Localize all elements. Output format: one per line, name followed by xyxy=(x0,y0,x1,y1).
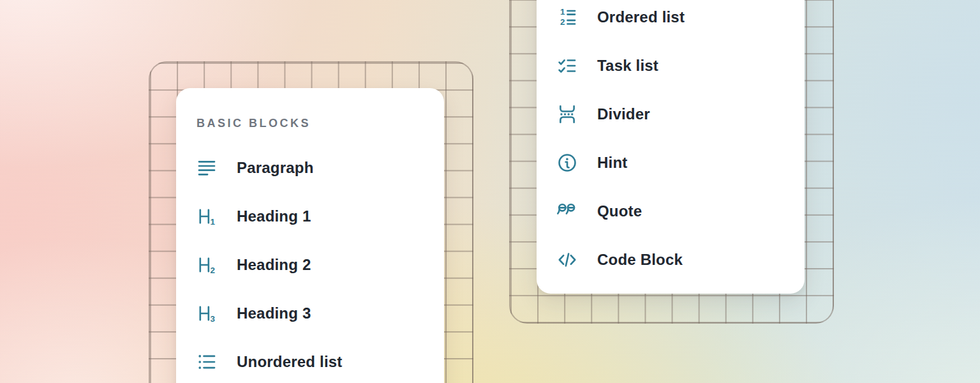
menu-item-hint[interactable]: Hint xyxy=(537,147,801,178)
menu-item-heading-3[interactable]: 3 Heading 3 xyxy=(176,298,440,329)
menu-item-heading-1[interactable]: 1 Heading 1 xyxy=(176,201,440,232)
menu-item-heading-2[interactable]: 2 Heading 2 xyxy=(176,250,440,280)
svg-text:1: 1 xyxy=(560,7,565,17)
basic-blocks-menu: BASIC BLOCKS Paragraph 1 Heading 1 2 xyxy=(176,88,444,383)
svg-text:2: 2 xyxy=(211,266,215,275)
menu-item-ordered-list[interactable]: 1 2 Ordered list xyxy=(537,2,801,33)
menu-item-label: Heading 1 xyxy=(237,207,311,225)
menu-item-label: Hint xyxy=(597,154,627,172)
menu-item-label: Heading 2 xyxy=(237,256,311,274)
unordered-list-icon xyxy=(196,351,218,373)
heading-2-icon: 2 xyxy=(196,254,218,276)
divider-icon xyxy=(556,103,578,125)
section-label: BASIC BLOCKS xyxy=(197,115,311,131)
heading-3-icon: 3 xyxy=(196,303,218,324)
menu-item-label: Task list xyxy=(597,57,658,75)
quote-icon xyxy=(556,200,578,222)
menu-item-label: Ordered list xyxy=(597,8,685,26)
ordered-list-icon: 1 2 xyxy=(556,6,578,28)
blocks-menu-continued: 1 2 Ordered list Task list xyxy=(537,0,805,294)
task-list-icon xyxy=(556,55,578,77)
svg-text:2: 2 xyxy=(560,17,565,27)
menu-item-paragraph[interactable]: Paragraph xyxy=(176,153,440,183)
menu-item-quote[interactable]: Quote xyxy=(537,196,801,227)
hero-background: BASIC BLOCKS Paragraph 1 Heading 1 2 xyxy=(0,0,980,383)
menu-item-divider[interactable]: Divider xyxy=(537,99,801,130)
menu-item-label: Divider xyxy=(597,105,650,123)
menu-item-label: Unordered list xyxy=(237,353,343,371)
menu-item-task-list[interactable]: Task list xyxy=(537,50,801,81)
paragraph-icon xyxy=(196,157,218,179)
menu-item-label: Quote xyxy=(597,202,642,220)
svg-text:3: 3 xyxy=(211,314,215,324)
menu-item-label: Heading 3 xyxy=(237,304,311,322)
svg-text:1: 1 xyxy=(211,217,216,227)
heading-1-icon: 1 xyxy=(196,206,218,227)
hint-icon xyxy=(556,152,578,174)
menu-item-label: Paragraph xyxy=(237,159,314,177)
code-block-icon xyxy=(556,249,578,271)
menu-item-label: Code Block xyxy=(597,251,683,269)
menu-item-code-block[interactable]: Code Block xyxy=(537,244,801,275)
menu-item-unordered-list[interactable]: Unordered list xyxy=(176,347,440,377)
